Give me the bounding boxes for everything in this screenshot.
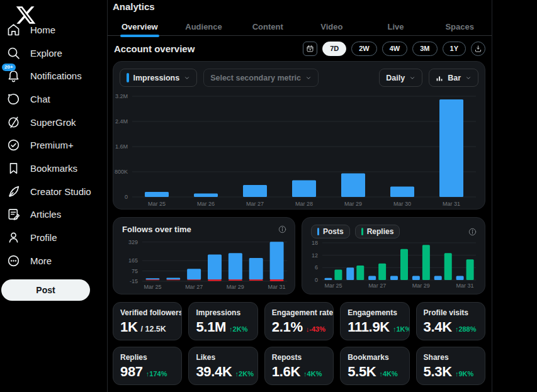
- sidebar-item-label: More: [30, 255, 52, 266]
- stat-value: 987: [120, 364, 143, 380]
- svg-text:Mar 29: Mar 29: [227, 284, 244, 290]
- stat-label: Profile visits: [424, 308, 468, 317]
- sidebar-item-bookmarks[interactable]: Bookmarks: [0, 157, 107, 180]
- svg-text:0: 0: [125, 194, 128, 200]
- stat-card-reposts: Reposts 1.6K ↑4K%: [264, 347, 334, 385]
- stat-label: Bookmarks: [348, 353, 388, 362]
- chart-controls: Impressions Select secondary metric Dail…: [113, 62, 485, 87]
- sidebar-item-profile[interactable]: Profile: [0, 226, 107, 249]
- tab-content[interactable]: Content: [235, 18, 300, 36]
- stat-value: 39.4K: [196, 364, 232, 380]
- sidebar-item-supergrok[interactable]: SuperGrok: [0, 111, 107, 134]
- range-7d-button[interactable]: 7D: [322, 42, 346, 56]
- sidebar-item-home[interactable]: Home: [0, 18, 107, 42]
- stat-label: Replies: [120, 353, 147, 362]
- range-2w-button[interactable]: 2W: [351, 42, 377, 56]
- svg-text:2.4M: 2.4M: [115, 118, 128, 125]
- stat-delta: ↑174%: [146, 370, 167, 378]
- stat-card-impressions: Impressions 5.1M ↑2K%: [188, 302, 257, 340]
- svg-text:Mar 25: Mar 25: [144, 284, 161, 290]
- stats-grid: Verified followers 1K / 12.5K Impression…: [113, 302, 485, 385]
- sidebar-item-label: Articles: [30, 209, 61, 220]
- chevron-down-icon: [409, 75, 415, 81]
- stat-label: Impressions: [196, 308, 240, 317]
- interval-select[interactable]: Daily: [379, 69, 422, 87]
- tab-live[interactable]: Live: [364, 18, 428, 36]
- svg-text:Mar 27: Mar 27: [185, 284, 203, 290]
- sidebar-item-articles[interactable]: Articles: [0, 203, 107, 227]
- range-1y-button[interactable]: 1Y: [443, 42, 466, 56]
- stat-card-likes: Likes 39.4K ↑2K%: [188, 347, 257, 385]
- stat-delta: ↓-43%: [306, 325, 325, 333]
- sidebar-item-label: Profile: [30, 232, 57, 243]
- tab-overview[interactable]: Overview: [108, 18, 172, 36]
- stat-card-engagement-rate: Engagement rate 2.1% ↓-43%: [264, 302, 334, 340]
- more-circle-icon: [6, 253, 21, 268]
- stat-card-profile-visits: Profile visits 3.4K ↑288%: [416, 302, 485, 340]
- stat-value: 5.5K: [348, 364, 376, 380]
- info-icon[interactable]: [278, 225, 287, 234]
- range-3m-button[interactable]: 3M: [412, 42, 437, 56]
- primary-metric-select[interactable]: Impressions: [120, 69, 197, 87]
- svg-text:75: 75: [132, 268, 138, 274]
- bookmark-icon: [6, 160, 21, 176]
- sidebar-item-notifications[interactable]: 20+ Notifications: [0, 64, 107, 87]
- stat-delta: ↑288%: [455, 325, 477, 333]
- interval-label: Daily: [386, 74, 405, 82]
- tab-spaces[interactable]: Spaces: [427, 18, 492, 36]
- sidebar-item-label: Explore: [30, 48, 62, 59]
- sidebar-item-explore[interactable]: Explore: [0, 42, 107, 65]
- bar-chart-icon: [436, 74, 443, 82]
- svg-text:Mar 27: Mar 27: [368, 283, 386, 289]
- stat-delta: ↑9K%: [455, 370, 473, 378]
- svg-text:Mar 31: Mar 31: [456, 283, 474, 289]
- sidebar-nav: Home Explore 20+ Notifications Chat Supe…: [0, 18, 107, 272]
- svg-text:329: 329: [128, 239, 138, 245]
- section-title: Account overview: [114, 43, 195, 54]
- svg-text:Mar 25: Mar 25: [324, 283, 342, 289]
- follows-over-time-card: Follows over time 32916575-15Mar 25Mar 2…: [113, 217, 295, 294]
- svg-text:Mar 29: Mar 29: [344, 201, 362, 207]
- sidebar-item-creator-studio[interactable]: Creator Studio: [0, 180, 107, 203]
- posts-color-bar: [317, 228, 319, 235]
- sidebar-item-more[interactable]: More: [0, 249, 107, 272]
- download-icon: [474, 45, 482, 53]
- chart-type-select[interactable]: Bar: [429, 69, 478, 87]
- stat-delta: ↑2K%: [229, 325, 247, 333]
- tab-audience[interactable]: Audience: [172, 18, 236, 36]
- impressions-bar-chart: 0800K1.6M2.4M3.2MMar 25Mar 26Mar 27Mar 2…: [113, 89, 485, 208]
- stat-label: Engagement rate: [272, 308, 333, 317]
- svg-text:Mar 31: Mar 31: [443, 201, 460, 207]
- follows-bar-chart: 32916575-15Mar 25Mar 27Mar 29Mar 31: [113, 235, 295, 293]
- stat-label: Reposts: [272, 353, 302, 362]
- chart-type-label: Bar: [448, 74, 461, 82]
- stat-delta: ↑4K%: [379, 370, 397, 378]
- svg-text:18: 18: [312, 240, 318, 246]
- chat-icon: [6, 91, 21, 106]
- grok-icon: [6, 115, 21, 130]
- analytics-header: Analytics Overview Audience Content Vide…: [108, 0, 492, 36]
- notifications-count-badge: 20+: [2, 64, 16, 72]
- sidebar: Home Explore 20+ Notifications Chat Supe…: [0, 0, 107, 392]
- tab-video[interactable]: Video: [300, 18, 364, 36]
- calendar-button[interactable]: [303, 42, 317, 56]
- post-button[interactable]: Post: [1, 279, 90, 301]
- home-icon: [6, 22, 21, 37]
- stat-delta: ↑2K%: [235, 370, 254, 378]
- stat-value: 1K: [120, 319, 138, 335]
- chevron-down-icon: [305, 75, 312, 81]
- download-button[interactable]: [471, 42, 485, 56]
- svg-text:Mar 30: Mar 30: [393, 201, 411, 207]
- stat-label: Verified followers: [120, 308, 182, 317]
- follows-chart-title: Follows over time: [122, 225, 191, 234]
- svg-text:-15: -15: [130, 278, 138, 284]
- secondary-metric-select[interactable]: Select secondary metric: [203, 69, 319, 87]
- range-4w-button[interactable]: 4W: [382, 42, 408, 56]
- bell-icon: 20+: [6, 69, 21, 84]
- svg-text:Mar 25: Mar 25: [148, 201, 166, 207]
- sidebar-item-chat[interactable]: Chat: [0, 87, 107, 111]
- stat-value: 5.1M: [196, 319, 226, 335]
- stat-card-engagements: Engagements 111.9K ↑1K%: [340, 302, 409, 340]
- analytics-content: Analytics Overview Audience Content Vide…: [107, 0, 492, 392]
- sidebar-item-premium[interactable]: Premium+: [0, 133, 107, 157]
